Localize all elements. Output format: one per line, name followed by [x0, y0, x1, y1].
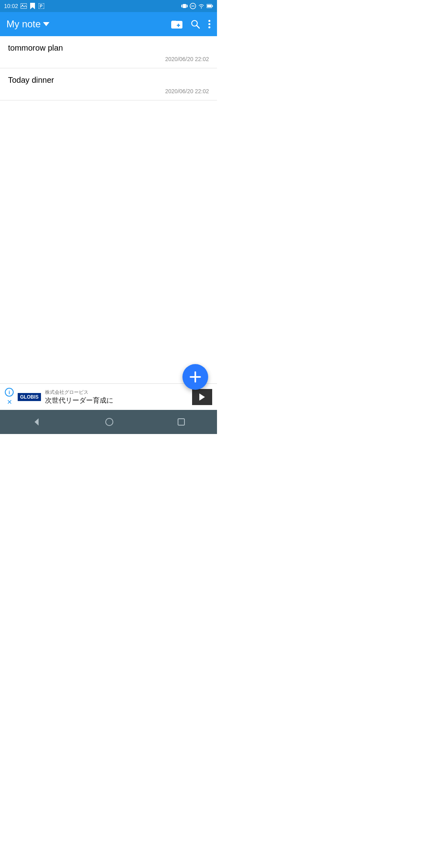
app-bar: My note — [0, 12, 217, 36]
ad-company: 株式会社グロービス — [45, 389, 188, 396]
vibrate-icon — [181, 3, 188, 9]
new-folder-button[interactable] — [171, 19, 182, 29]
svg-rect-8 — [181, 5, 182, 7]
svg-point-27 — [106, 418, 113, 426]
note-item-0[interactable]: tommorow plan 2020/06/20 22:02 — [0, 36, 217, 68]
svg-rect-13 — [207, 5, 211, 7]
svg-marker-26 — [35, 418, 39, 426]
back-button[interactable] — [28, 414, 45, 430]
search-button[interactable] — [190, 19, 200, 29]
svg-point-22 — [209, 23, 211, 25]
svg-rect-5 — [183, 4, 186, 8]
svg-rect-6 — [182, 4, 182, 8]
ad-tagline: 次世代リーダー育成に — [45, 396, 188, 405]
ad-close-button[interactable]: ✕ — [7, 398, 12, 406]
battery-icon — [207, 3, 213, 9]
note-title-0: tommorow plan — [8, 43, 209, 53]
dropdown-arrow-icon — [43, 20, 49, 28]
svg-rect-9 — [187, 5, 188, 7]
bookmark-icon — [29, 3, 36, 9]
status-right — [181, 3, 213, 9]
note-date-1: 2020/06/20 22:02 — [8, 88, 209, 94]
svg-marker-15 — [43, 22, 49, 26]
status-time: 10:02 — [4, 3, 18, 9]
ad-logo-text: GLOBIS — [20, 394, 39, 400]
play-triangle-icon — [199, 393, 205, 401]
ad-play-button[interactable] — [192, 389, 212, 405]
svg-rect-14 — [212, 5, 213, 7]
more-options-button[interactable] — [208, 19, 211, 29]
note-item-1[interactable]: Today dinner 2020/06/20 22:02 — [0, 68, 217, 100]
empty-area — [0, 100, 217, 382]
ad-close-area[interactable]: i ✕ — [5, 388, 14, 406]
ad-logo: GLOBIS — [18, 393, 41, 401]
home-button[interactable] — [101, 414, 118, 430]
add-note-fab[interactable] — [182, 364, 208, 390]
svg-line-20 — [197, 26, 200, 29]
title-dropdown[interactable]: My note — [6, 18, 171, 30]
svg-point-23 — [209, 27, 211, 29]
ad-text-area: 株式会社グロービス 次世代リーダー育成に — [45, 389, 188, 405]
app-title: My note — [6, 18, 41, 30]
recents-button[interactable] — [174, 414, 189, 430]
dnd-icon — [190, 3, 196, 9]
svg-text:P: P — [40, 4, 43, 8]
status-left: 10:02 P — [4, 3, 45, 9]
svg-marker-2 — [30, 3, 35, 9]
wifi-icon — [198, 3, 205, 9]
ad-info-icon: i — [5, 388, 14, 397]
status-bar: 10:02 P — [0, 0, 217, 12]
ad-banner: i ✕ GLOBIS 株式会社グロービス 次世代リーダー育成に — [0, 383, 217, 410]
parking-icon: P — [38, 3, 45, 9]
app-bar-actions — [171, 19, 211, 29]
svg-point-21 — [209, 20, 211, 22]
notes-list: tommorow plan 2020/06/20 22:02 Today din… — [0, 36, 217, 100]
image-icon — [20, 3, 27, 9]
svg-rect-28 — [178, 419, 184, 425]
svg-rect-7 — [186, 4, 187, 8]
nav-bar — [0, 410, 217, 434]
note-title-1: Today dinner — [8, 76, 209, 85]
note-date-0: 2020/06/20 22:02 — [8, 56, 209, 62]
